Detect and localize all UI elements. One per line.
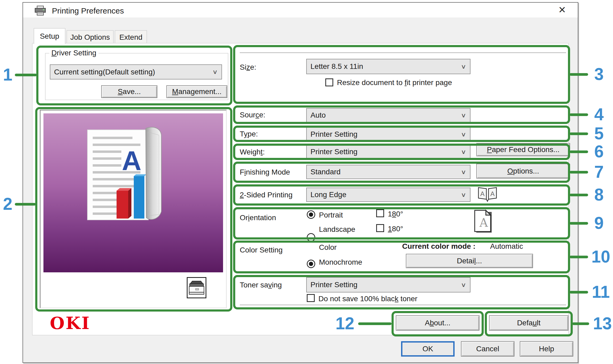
callout-number-2: 2 xyxy=(0,196,15,212)
callout-line-2 xyxy=(15,203,36,206)
close-icon[interactable]: × xyxy=(555,3,569,16)
callout-number-6: 6 xyxy=(590,143,608,160)
tab-extend[interactable]: Extend xyxy=(115,30,147,44)
callout-line-11 xyxy=(570,291,588,294)
callout-number-4: 4 xyxy=(590,106,608,123)
window-title: Printing Preferences xyxy=(52,6,124,15)
annotation-box-2 xyxy=(35,107,232,312)
annotation-box-9 xyxy=(233,207,570,239)
callout-line-13 xyxy=(572,322,589,325)
tab-job-options[interactable]: Job Options xyxy=(66,30,114,44)
callout-number-12: 12 xyxy=(333,315,357,332)
tab-setup[interactable]: Setup xyxy=(34,28,65,44)
callout-number-9: 9 xyxy=(590,215,608,232)
callout-line-12 xyxy=(358,322,392,325)
callout-line-7 xyxy=(570,171,588,174)
callout-line-5 xyxy=(570,132,588,135)
callout-number-7: 7 xyxy=(590,163,608,180)
callout-line-6 xyxy=(570,150,588,153)
ok-button[interactable]: OK xyxy=(401,341,455,357)
callout-line-4 xyxy=(570,113,588,116)
callout-line-9 xyxy=(570,222,588,225)
callout-number-8: 8 xyxy=(590,186,608,203)
cancel-button[interactable]: Cancel xyxy=(461,341,514,357)
callout-number-3: 3 xyxy=(590,66,608,83)
callout-line-3 xyxy=(570,73,588,76)
annotation-box-10 xyxy=(233,241,570,273)
callout-line-10 xyxy=(570,256,588,258)
annotation-box-4 xyxy=(233,105,570,124)
annotation-box-8 xyxy=(233,184,570,206)
callout-number-1: 1 xyxy=(0,66,15,83)
annotation-box-7 xyxy=(233,162,570,183)
annotation-box-5 xyxy=(233,126,570,142)
callout-number-5: 5 xyxy=(590,125,608,142)
annotation-box-12 xyxy=(392,311,484,336)
oki-logo: OKI xyxy=(50,313,90,333)
annotation-box-3 xyxy=(233,45,570,104)
annotation-box-11 xyxy=(233,275,570,309)
callout-line-1 xyxy=(15,74,37,76)
callout-line-8 xyxy=(570,194,588,196)
help-button[interactable]: Help xyxy=(520,341,573,357)
annotation-box-13 xyxy=(485,311,573,336)
callout-number-11: 11 xyxy=(589,283,613,300)
annotation-box-6 xyxy=(233,144,570,160)
printer-icon xyxy=(34,5,47,16)
annotation-box-1 xyxy=(36,46,232,105)
callout-number-13: 13 xyxy=(590,315,613,332)
callout-number-10: 10 xyxy=(589,248,613,265)
